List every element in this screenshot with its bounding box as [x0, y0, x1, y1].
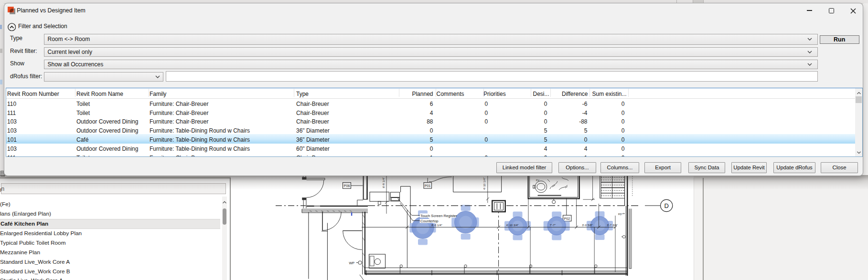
svg-text:8'-0 1/4": 8'-0 1/4" [431, 223, 442, 227]
svg-text:P01: P01 [425, 184, 431, 188]
svg-text:P02: P02 [564, 217, 570, 221]
svg-text:Touch Screen Register: Touch Screen Register [420, 214, 457, 218]
svg-text:3'-7 3/4": 3'-7 3/4" [607, 223, 618, 227]
svg-text:4'-10 3/4": 4'-10 3/4" [506, 223, 518, 227]
svg-text:WP: WP [349, 261, 355, 265]
svg-text:Countertop: Countertop [420, 219, 439, 223]
svg-text:7'-7": 7'-7" [550, 223, 556, 227]
svg-text:FV: FV [536, 179, 539, 182]
svg-text:3'-0 5/8": 3'-0 5/8" [582, 223, 593, 227]
svg-text:D: D [664, 202, 669, 209]
svg-text:P06: P06 [344, 184, 350, 188]
svg-text:6'-8 1/4": 6'-8 1/4" [382, 177, 385, 188]
svg-text:4'-10 1/4": 4'-10 1/4" [482, 177, 486, 190]
svg-text:FD: FD [618, 213, 622, 216]
